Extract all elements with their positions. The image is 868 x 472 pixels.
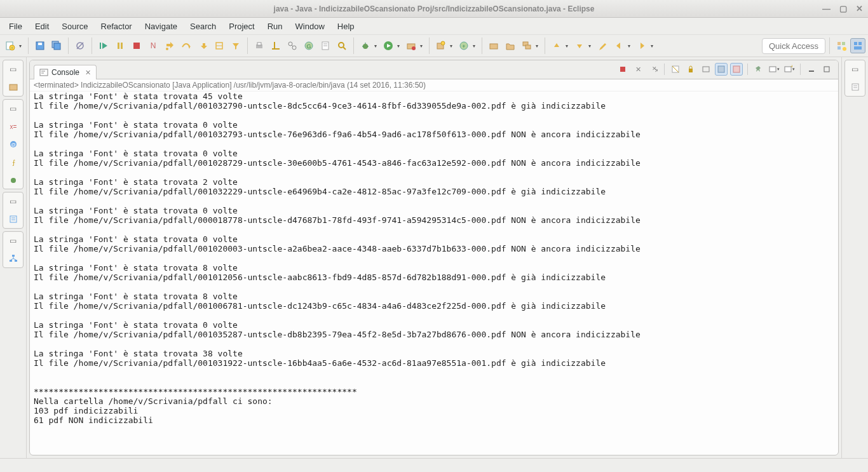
menu-edit[interactable]: Edit	[30, 20, 54, 33]
open-task-button[interactable]	[318, 38, 333, 53]
new-package-button[interactable]: +	[456, 38, 478, 53]
open-perspective-button[interactable]	[834, 38, 849, 53]
svg-text:N: N	[151, 41, 156, 50]
link-button[interactable]	[285, 38, 300, 53]
terminate-relaunch-icon[interactable]	[616, 63, 629, 76]
menu-search[interactable]: Search	[185, 20, 221, 33]
menu-file[interactable]: File	[4, 20, 27, 33]
breakpoints-icon[interactable]: @	[7, 138, 20, 151]
menu-window[interactable]: Window	[290, 20, 330, 33]
menu-project[interactable]: Project	[224, 20, 259, 33]
back-button[interactable]	[611, 38, 633, 53]
svg-rect-20	[257, 43, 261, 45]
console-tab[interactable]: Console ✕	[34, 65, 97, 79]
terminate-button[interactable]	[129, 38, 144, 53]
java-perspective-button[interactable]	[850, 38, 865, 53]
disconnect-button[interactable]: N	[146, 38, 161, 53]
svg-rect-45	[490, 44, 498, 49]
console-process-header: <terminated> IndicizzabileOScansionato […	[30, 79, 838, 91]
save-button[interactable]	[32, 38, 48, 53]
menu-source[interactable]: Source	[57, 20, 93, 33]
restore-icon-3[interactable]: ▭	[7, 195, 20, 208]
new-java-project-button[interactable]	[433, 38, 455, 53]
svg-rect-54	[837, 46, 841, 50]
menu-navigate[interactable]: Navigate	[140, 20, 182, 33]
step-return-button[interactable]	[195, 38, 210, 53]
remove-launch-icon[interactable]: ✕	[632, 63, 644, 76]
svg-rect-84	[703, 67, 709, 72]
svg-rect-74	[40, 69, 48, 76]
show-console-stdout-icon[interactable]	[715, 63, 728, 76]
menu-help[interactable]: Help	[332, 20, 360, 33]
svg-point-15	[166, 48, 168, 50]
next-annotation-button[interactable]	[572, 38, 593, 53]
svg-rect-77	[620, 67, 625, 72]
svg-rect-58	[854, 46, 862, 50]
svg-line-73	[13, 259, 16, 260]
resume-button[interactable]	[96, 38, 111, 53]
run-dropdown[interactable]	[381, 38, 402, 53]
step-into-button[interactable]	[162, 38, 177, 53]
expressions-icon[interactable]: ⨍	[7, 156, 20, 168]
drop-frame-button[interactable]	[212, 38, 227, 53]
word-wrap-icon[interactable]	[700, 63, 712, 76]
maximize-button[interactable]: ▢	[839, 4, 847, 13]
minimize-view-icon[interactable]	[805, 63, 818, 76]
restore-icon-2[interactable]: ▭	[7, 102, 20, 115]
forward-button[interactable]	[634, 38, 656, 53]
skip-breakpoints-button[interactable]	[72, 38, 88, 53]
save-all-button[interactable]	[49, 38, 64, 53]
debug-dropdown[interactable]	[358, 38, 379, 53]
new-button[interactable]: +	[3, 38, 24, 53]
debug-icon[interactable]	[7, 173, 20, 186]
quick-access[interactable]: Quick Access	[762, 38, 825, 54]
build-button[interactable]	[268, 38, 283, 53]
working-set-button[interactable]	[519, 38, 541, 53]
variables-icon[interactable]: x=	[7, 120, 20, 133]
print-button[interactable]	[252, 38, 267, 53]
svg-rect-13	[133, 43, 140, 49]
open-console-icon[interactable]: +▾	[783, 63, 796, 76]
prev-annotation-button[interactable]	[549, 38, 571, 53]
close-button[interactable]: ✕	[856, 4, 863, 13]
last-edit-button[interactable]	[595, 38, 610, 53]
console-output[interactable]: La stringa 'Font' è stata trovata 45 vol…	[30, 91, 838, 455]
show-console-stderr-icon[interactable]	[730, 63, 743, 76]
svg-rect-65	[10, 216, 17, 222]
menu-refactor[interactable]: Refactor	[96, 20, 137, 33]
new-class-button[interactable]	[486, 38, 501, 53]
task-list-icon[interactable]	[849, 81, 862, 93]
restore-right-icon[interactable]: ▭	[849, 63, 862, 76]
outline-icon[interactable]	[7, 213, 20, 226]
svg-text:@: @	[10, 142, 15, 147]
run-last-dropdown[interactable]	[403, 38, 425, 53]
maximize-view-icon[interactable]	[820, 63, 833, 76]
minimize-button[interactable]: —	[822, 4, 831, 13]
package-explorer-icon[interactable]	[7, 81, 20, 93]
svg-marker-50	[616, 43, 620, 49]
restore-icon-4[interactable]: ▭	[7, 234, 20, 247]
svg-point-40	[412, 46, 416, 50]
hierarchy-icon[interactable]	[7, 252, 20, 265]
svg-rect-85	[718, 66, 724, 72]
open-type-button[interactable]: G	[301, 38, 316, 53]
search-button[interactable]	[334, 38, 349, 53]
svg-text:⨍: ⨍	[11, 159, 15, 166]
restore-icon[interactable]: ▭	[7, 63, 20, 76]
svg-text:✕: ✕	[654, 67, 658, 74]
new-folder-button[interactable]	[503, 38, 518, 53]
svg-rect-47	[526, 45, 531, 49]
svg-rect-86	[733, 66, 740, 72]
menu-run[interactable]: Run	[262, 20, 288, 33]
display-selected-console-icon[interactable]: ▾	[768, 63, 780, 76]
clear-console-icon[interactable]	[669, 63, 682, 76]
scroll-lock-icon[interactable]	[684, 63, 697, 76]
suspend-button[interactable]	[112, 38, 128, 53]
step-over-button[interactable]	[179, 38, 194, 53]
pin-console-icon[interactable]	[752, 63, 765, 76]
use-step-filters-button[interactable]	[228, 38, 243, 53]
remove-all-icon[interactable]: ✕✕	[647, 63, 660, 76]
console-tab-close[interactable]: ✕	[85, 69, 91, 77]
svg-point-55	[843, 47, 846, 51]
svg-rect-70	[15, 260, 17, 262]
